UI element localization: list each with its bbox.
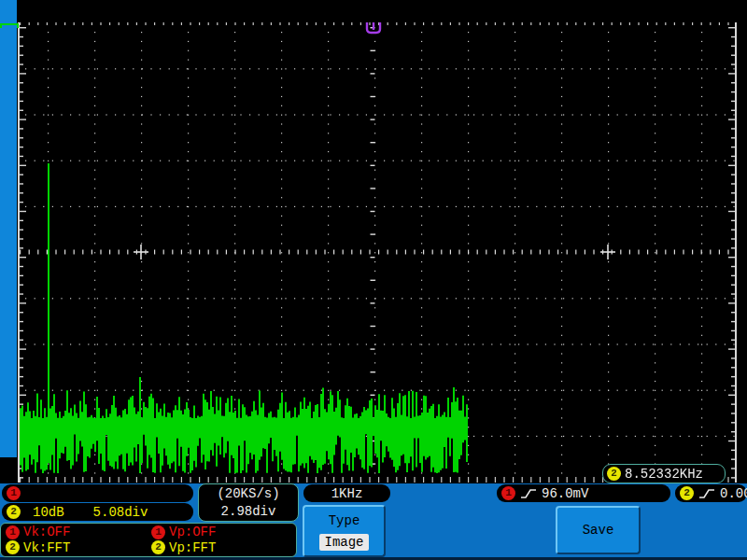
oscilloscope-screen: 2 8.52332KHz 1 2 10dB 5.08div (20KS/s) 2… — [0, 0, 747, 560]
type-menu-label: Type — [329, 513, 360, 528]
cursor-frequency-badge: 2 8.52332KHz — [602, 464, 726, 483]
type-menu-button[interactable]: Type Image — [303, 505, 386, 557]
channel2-badge-icon: 2 — [680, 486, 694, 500]
channel1-badge-icon: 1 — [501, 486, 515, 500]
trigger1-level-value: 96.0mV — [542, 486, 588, 501]
channel2-badge-icon: 2 — [6, 540, 20, 554]
vk-ch2-text: Vk:FFT — [23, 540, 70, 555]
rising-edge-icon — [520, 487, 537, 500]
trigger2-level-value: 0.00mV — [720, 486, 747, 501]
channel2-offset-value: 5.08div — [93, 505, 148, 520]
status-panel: 1 2 10dB 5.08div (20KS/s) 2.98div 1KHz 1… — [0, 483, 747, 560]
cursor-frequency-value: 8.52332KHz — [625, 467, 703, 482]
trigger2-level-pill: 2 0.00mV — [675, 484, 747, 502]
vp-ch2-status: 2 Vp:FFT — [148, 540, 294, 555]
channel2-badge-icon: 2 — [7, 505, 21, 519]
trigger-frequency-pill: 1KHz — [303, 484, 390, 502]
sample-rate-box: (20KS/s) 2.98div — [198, 483, 299, 522]
trigger-frequency-value: 1KHz — [331, 486, 363, 501]
vk-ch1-text: Vk:OFF — [23, 525, 70, 539]
save-button-label: Save — [583, 523, 614, 538]
vp-ch1-status: 1 Vp:OFF — [148, 525, 294, 539]
trigger1-level-pill: 1 96.0mV — [497, 484, 670, 502]
channel2-scale-pill: 2 10dB 5.08div — [2, 503, 193, 521]
rising-edge-icon — [698, 487, 715, 500]
vk-ch2-status: 2 Vk:FFT — [3, 540, 148, 555]
channel2-badge-icon: 2 — [151, 540, 165, 554]
channel1-badge-icon: 1 — [151, 525, 165, 539]
channel1-badge-icon: 1 — [7, 486, 21, 500]
channel2-scale-value: 10dB — [33, 505, 64, 520]
vp-ch2-text: Vp:FFT — [169, 540, 216, 555]
freq-per-div-value: 2.98div — [221, 503, 276, 521]
save-button[interactable]: Save — [556, 506, 641, 554]
channel1-status-pill: 1 — [2, 484, 193, 502]
channel1-badge-icon: 1 — [6, 525, 20, 539]
channel2-badge-icon: 2 — [607, 467, 621, 481]
vp-ch1-text: Vp:OFF — [169, 525, 216, 539]
right-blue-bar — [0, 0, 10, 457]
trigger-position-marker-icon — [365, 21, 382, 35]
fft-status-box: 1 Vk:OFF 1 Vp:OFF 2 Vk:FFT 2 Vp:FFT — [0, 523, 297, 557]
type-menu-value: Image — [319, 534, 368, 551]
trace-position-indicator-icon — [0, 23, 19, 29]
sample-rate-value: (20KS/s) — [217, 485, 279, 503]
vk-ch1-status: 1 Vk:OFF — [3, 525, 148, 539]
